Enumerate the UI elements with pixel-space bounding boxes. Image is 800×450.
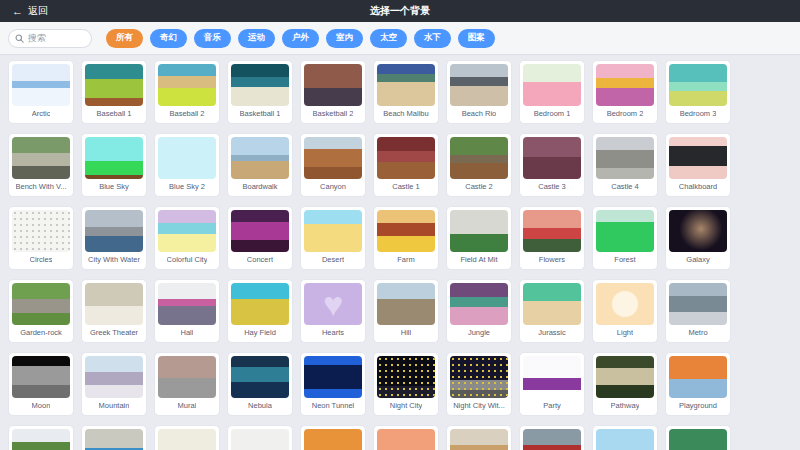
backdrop-card[interactable]: Forest [592,206,658,270]
back-button[interactable]: ← 返回 [0,0,60,22]
backdrop-card[interactable]: City With Water [81,206,147,270]
backdrop-label: Arctic [32,109,51,118]
backdrop-card[interactable] [592,425,658,450]
backdrop-card[interactable]: Hall [154,279,220,343]
backdrop-card[interactable] [154,425,220,450]
backdrop-thumbnail [596,210,654,252]
filter-tag[interactable]: 运动 [238,29,275,48]
backdrop-card[interactable] [665,425,731,450]
backdrop-label: Circles [30,255,53,264]
backdrop-card[interactable]: Bedroom 1 [519,60,585,124]
search-input[interactable] [28,33,85,43]
backdrop-card[interactable]: Pathway [592,352,658,416]
backdrop-card[interactable]: Basketball 2 [300,60,366,124]
backdrop-label: Flowers [539,255,565,264]
backdrop-card[interactable]: Night City [373,352,439,416]
backdrop-card[interactable]: Beach Rio [446,60,512,124]
backdrop-card[interactable]: Mountain [81,352,147,416]
backdrop-card[interactable]: Garden-rock [8,279,74,343]
backdrop-card[interactable] [300,425,366,450]
backdrop-thumbnail [12,356,70,398]
backdrop-card[interactable]: Castle 1 [373,133,439,197]
backdrop-card[interactable]: Boardwalk [227,133,293,197]
backdrop-card[interactable]: Mural [154,352,220,416]
backdrop-thumbnail [450,210,508,252]
backdrop-card[interactable]: Moon [8,352,74,416]
filter-tag[interactable]: 音乐 [194,29,231,48]
backdrop-card[interactable]: Galaxy [665,206,731,270]
backdrop-card[interactable]: Beach Malibu [373,60,439,124]
backdrop-card[interactable]: Party [519,352,585,416]
backdrop-card[interactable]: Castle 4 [592,133,658,197]
backdrop-card[interactable] [519,425,585,450]
backdrop-card[interactable]: Hay Field [227,279,293,343]
backdrop-card[interactable]: Metro [665,279,731,343]
backdrop-card[interactable]: Blue Sky 2 [154,133,220,197]
backdrop-thumbnail [523,283,581,325]
backdrop-card[interactable] [446,425,512,450]
backdrop-card[interactable]: Field At Mit [446,206,512,270]
backdrop-card[interactable] [373,425,439,450]
backdrop-card[interactable]: Flowers [519,206,585,270]
backdrop-card[interactable] [227,425,293,450]
backdrop-thumbnail [669,137,727,179]
backdrop-thumbnail [158,283,216,325]
backdrop-thumbnail [85,429,143,450]
backdrop-label: Jungle [468,328,490,337]
backdrop-label: Castle 1 [392,182,420,191]
backdrop-card[interactable]: Concert [227,206,293,270]
backdrop-card[interactable]: Canyon [300,133,366,197]
backdrop-card[interactable]: Colorful City [154,206,220,270]
heart-overlay-icon: ♥ [304,283,362,325]
backdrop-card[interactable]: Castle 3 [519,133,585,197]
circle-overlay-icon [596,283,654,325]
backdrop-card[interactable]: Light [592,279,658,343]
backdrop-card[interactable]: Bedroom 2 [592,60,658,124]
backdrop-thumbnail [231,429,289,450]
backdrop-thumbnail [596,356,654,398]
backdrop-card[interactable] [81,425,147,450]
filter-tag[interactable]: 图案 [458,29,495,48]
backdrop-card[interactable]: Baseball 2 [154,60,220,124]
backdrop-card[interactable]: Nebula [227,352,293,416]
backdrop-card[interactable]: Circles [8,206,74,270]
backdrop-card[interactable]: Playground [665,352,731,416]
backdrop-card[interactable]: Hill [373,279,439,343]
backdrop-card[interactable]: Jungle [446,279,512,343]
backdrop-label: Jurassic [538,328,566,337]
filter-tag[interactable]: 奇幻 [150,29,187,48]
backdrop-label: Moon [32,401,51,410]
backdrop-card[interactable]: Jurassic [519,279,585,343]
backdrop-card[interactable]: Baseball 1 [81,60,147,124]
backdrop-card[interactable]: Farm [373,206,439,270]
backdrop-card[interactable]: Castle 2 [446,133,512,197]
backdrop-card[interactable]: Bedroom 3 [665,60,731,124]
filter-tag[interactable]: 太空 [370,29,407,48]
filter-tag[interactable]: 室内 [326,29,363,48]
backdrop-card[interactable]: Night City Wit... [446,352,512,416]
backdrop-card[interactable]: Basketball 1 [227,60,293,124]
backdrop-thumbnail [12,283,70,325]
search-box[interactable] [8,29,92,48]
filter-tag-list: 所有奇幻音乐运动户外室内太空水下图案 [106,29,495,48]
backdrop-thumbnail [377,210,435,252]
backdrop-label: Basketball 1 [240,109,281,118]
backdrop-thumbnail [158,429,216,450]
backdrop-card[interactable]: Chalkboard [665,133,731,197]
backdrop-card[interactable] [8,425,74,450]
backdrop-label: Night City [390,401,423,410]
backdrop-label: Basketball 2 [313,109,354,118]
backdrop-card[interactable]: Greek Theater [81,279,147,343]
backdrop-thumbnail [669,429,727,450]
backdrop-card[interactable]: Arctic [8,60,74,124]
backdrop-card[interactable]: Blue Sky [81,133,147,197]
backdrop-thumbnail [523,64,581,106]
backdrop-card[interactable]: Desert [300,206,366,270]
backdrop-card[interactable]: Bench With V... [8,133,74,197]
filter-tag[interactable]: 户外 [282,29,319,48]
filter-tag[interactable]: 水下 [414,29,451,48]
backdrop-thumbnail [377,283,435,325]
filter-tag[interactable]: 所有 [106,29,143,48]
backdrop-card[interactable]: Neon Tunnel [300,352,366,416]
backdrop-card[interactable]: ♥Hearts [300,279,366,343]
